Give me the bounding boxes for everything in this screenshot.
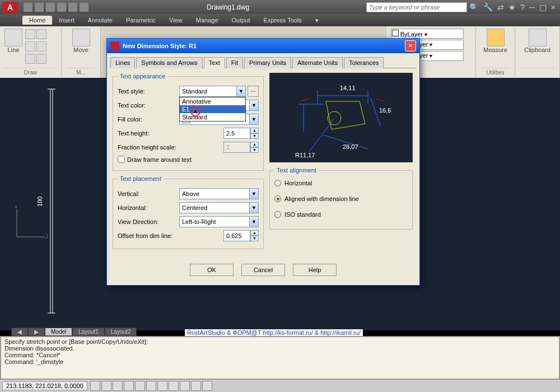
tab-fit[interactable]: Fit xyxy=(226,57,243,68)
tab-overflow[interactable]: ▾ xyxy=(309,16,325,25)
tab-text[interactable]: Text xyxy=(204,57,225,68)
radio-horizontal[interactable]: Horizontal xyxy=(274,180,408,186)
binoculars-icon[interactable]: 🔍 xyxy=(469,3,479,12)
cancel-button[interactable]: Cancel xyxy=(241,264,285,276)
circle-icon[interactable] xyxy=(36,29,46,39)
tab-lines[interactable]: Lines xyxy=(110,57,135,68)
dropdown-item-standard[interactable]: Standard xyxy=(180,113,245,121)
text-height-spinner[interactable]: ▲▼ xyxy=(223,128,259,139)
tab-alternate-units[interactable]: Alternate Units xyxy=(292,57,343,68)
help-icon[interactable]: ? xyxy=(520,3,525,12)
dialog-icon xyxy=(110,41,119,50)
favorite-icon[interactable]: ★ xyxy=(508,3,516,12)
app-menu-button[interactable]: A xyxy=(2,2,18,13)
cmd-line-1: Specify stretch point or [Base point/Cop… xyxy=(4,338,556,345)
qat-plot-icon[interactable] xyxy=(57,3,66,12)
text-style-browse-button[interactable]: ... xyxy=(248,86,259,97)
grid-icon[interactable] xyxy=(101,381,111,391)
osnap-icon[interactable] xyxy=(135,381,145,391)
model-tab[interactable]: Model xyxy=(45,328,72,336)
qat-save-icon[interactable] xyxy=(46,3,55,12)
otrack-icon[interactable] xyxy=(146,381,156,391)
draw-frame-checkbox[interactable] xyxy=(118,156,125,163)
tab-tolerances[interactable]: Tolerances xyxy=(344,57,384,68)
text-style-combo[interactable]: Standard▼ Annotative E1 Standard xyxy=(179,86,246,97)
radio-aligned[interactable]: Aligned with dimension line xyxy=(274,195,408,202)
dialog-close-button[interactable]: × xyxy=(405,40,416,52)
radio-iso[interactable]: ISO standard xyxy=(274,211,408,218)
tab-symbols[interactable]: Symbols and Arrows xyxy=(136,57,202,68)
svg-text:16,6: 16,6 xyxy=(379,107,391,114)
command-window[interactable]: Specify stretch point or [Base point/Cop… xyxy=(0,336,560,380)
draw-frame-label: Draw frame around text xyxy=(127,156,192,163)
fill-color-label: Fill color: xyxy=(118,116,179,123)
qat-undo-icon[interactable] xyxy=(68,3,77,12)
tab-parametric[interactable]: Parametric xyxy=(119,16,162,25)
qat-new-icon[interactable] xyxy=(24,3,32,12)
clipboard-button[interactable]: Clipboard xyxy=(520,29,555,53)
offset-label: Offset from dim line: xyxy=(118,232,196,239)
offset-spinner[interactable]: ▲▼ xyxy=(223,230,259,241)
svg-text:28,07: 28,07 xyxy=(343,143,358,150)
tab-view[interactable]: View xyxy=(162,16,189,25)
key-icon[interactable]: 🔧 xyxy=(483,3,493,12)
move-button[interactable]: Move xyxy=(66,29,96,53)
layout-tabs: ◀ ▶ Model Layout1 Layout2 xyxy=(11,328,137,336)
fraction-height-spinner[interactable]: ▲▼ xyxy=(223,142,259,153)
polar-icon[interactable] xyxy=(124,381,134,391)
tab-insert[interactable]: Insert xyxy=(52,16,81,25)
measure-button[interactable]: Measure xyxy=(480,29,510,53)
view-direction-combo[interactable]: Left-to-Right▼ xyxy=(179,216,259,227)
search-input[interactable] xyxy=(366,2,467,12)
horizontal-combo[interactable]: Centered▼ xyxy=(179,202,259,213)
layout2-tab[interactable]: Layout2 xyxy=(105,328,137,336)
dropdown-item-annotative[interactable]: Annotative xyxy=(180,97,245,105)
spin-up-icon: ▲ xyxy=(250,128,259,133)
text-color-label: Text color: xyxy=(118,102,179,109)
qp-icon[interactable] xyxy=(191,381,201,391)
minimize-icon[interactable]: ─ xyxy=(529,3,535,12)
tab-manage[interactable]: Manage xyxy=(189,16,225,25)
ucs-icon: XY xyxy=(14,206,48,241)
vertical-combo[interactable]: Above▼ xyxy=(179,188,259,199)
help-button[interactable]: Help xyxy=(293,264,337,276)
exchange-icon[interactable]: ⇄ xyxy=(497,3,504,12)
ducs-icon[interactable] xyxy=(157,381,167,391)
tab-output[interactable]: Output xyxy=(225,16,257,25)
panel-modify-label: M... xyxy=(66,68,96,76)
dropdown-item-e1[interactable]: E1 xyxy=(180,105,245,113)
tab-primary-units[interactable]: Primary Units xyxy=(244,57,291,68)
dyn-icon[interactable] xyxy=(169,381,179,391)
status-bar: 213.1183, 221.0218, 0.0000 xyxy=(0,380,560,392)
panel-utilities-label: Utilities xyxy=(480,68,510,76)
close-icon[interactable]: × xyxy=(551,3,556,12)
ellipse-icon[interactable] xyxy=(25,54,35,64)
cmd-line-3: Command: *Cancel* xyxy=(4,352,556,358)
color-bylayer-combo[interactable]: ByLayer ▾ xyxy=(391,29,464,39)
dialog-titlebar[interactable]: New Dimension Style: R1 × xyxy=(107,39,419,53)
tab-arrow-right[interactable]: ▶ xyxy=(28,328,45,336)
qat-open-icon[interactable] xyxy=(35,3,44,12)
tab-express[interactable]: Express Tools xyxy=(257,16,309,25)
layout1-tab[interactable]: Layout1 xyxy=(72,328,105,336)
tab-home[interactable]: Home xyxy=(22,16,52,25)
tab-arrow-left[interactable]: ◀ xyxy=(11,328,28,336)
arc-icon[interactable] xyxy=(25,29,35,39)
rect-icon[interactable] xyxy=(25,41,35,52)
snap-icon[interactable] xyxy=(90,381,100,391)
maximize-icon[interactable]: ▢ xyxy=(539,3,547,12)
hatch-icon[interactable] xyxy=(36,54,46,64)
chevron-down-icon: ▼ xyxy=(249,100,258,110)
text-style-label: Text style: xyxy=(118,88,179,95)
ortho-icon[interactable] xyxy=(113,381,123,391)
view-direction-label: View Direction: xyxy=(118,218,179,225)
qat-redo-icon[interactable] xyxy=(80,3,88,12)
lwt-icon[interactable] xyxy=(180,381,190,391)
ok-button[interactable]: OK xyxy=(190,264,234,276)
poly-icon[interactable] xyxy=(36,41,46,52)
line-button[interactable]: Line xyxy=(4,29,22,66)
model-icon[interactable] xyxy=(202,381,212,391)
tab-annotate[interactable]: Annotate xyxy=(81,16,119,25)
dialog-tabs: Lines Symbols and Arrows Text Fit Primar… xyxy=(110,57,416,68)
chevron-down-icon: ▼ xyxy=(236,86,245,96)
